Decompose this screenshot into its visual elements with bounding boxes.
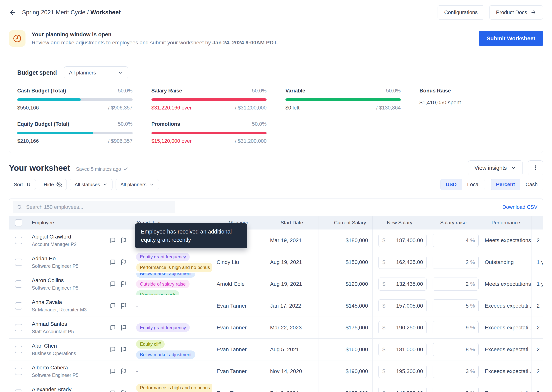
banner-body-text: Review and make adjustments to employees… [32, 40, 211, 46]
salary-raise-input[interactable]: % [433, 387, 479, 392]
budget-planner-filter[interactable]: All planners [64, 66, 128, 79]
smart-flag[interactable]: Performance is high and no bonus [136, 263, 212, 272]
more-options-button[interactable] [528, 161, 543, 175]
select-all-checkbox[interactable] [15, 219, 22, 226]
flag-icon[interactable] [121, 259, 127, 265]
current-salary-cell: $160,000 [319, 339, 373, 360]
smart-flag[interactable]: Equity cliff [136, 340, 165, 349]
metric-spent: $15,120,000 over [152, 138, 192, 144]
flag-icon[interactable] [121, 346, 127, 353]
percent-suffix: % [470, 303, 475, 309]
toggle-usd[interactable]: USD [440, 179, 462, 190]
metric-percent: 50.0% [252, 88, 267, 94]
comment-icon[interactable] [109, 259, 116, 265]
new-salary-input[interactable]: $ [378, 299, 427, 312]
start-date-cell: Aug 19, 2021 [265, 251, 319, 273]
toggle-cash[interactable]: Cash [520, 179, 543, 190]
comment-icon[interactable] [109, 325, 116, 331]
new-salary-input[interactable]: $ [378, 278, 427, 291]
flag-icon[interactable] [121, 325, 127, 331]
new-salary-input[interactable]: $ [378, 343, 427, 356]
row-checkbox[interactable] [15, 280, 22, 288]
row-checkbox[interactable] [15, 346, 22, 353]
column-performance: Performance [480, 216, 532, 230]
performance-cell: Meets expectations [480, 273, 532, 295]
salary-raise-input[interactable]: % [433, 278, 479, 291]
smart-flag[interactable]: Compression risk [136, 290, 179, 295]
percent-suffix: % [470, 281, 475, 287]
employee-name: Alexander Brady [32, 386, 78, 392]
smart-flag[interactable]: Below market adjustment [136, 273, 195, 278]
salary-raise-input[interactable]: % [433, 234, 479, 247]
toggle-local[interactable]: Local [462, 179, 485, 190]
back-arrow-icon[interactable] [9, 9, 17, 16]
new-salary-input[interactable]: $ [378, 234, 427, 247]
budget-planner-filter-value: All planners [69, 70, 96, 76]
row-checkbox[interactable] [15, 390, 22, 392]
metric-spent: $31,220,166 over [152, 105, 192, 111]
salary-raise-input[interactable]: % [433, 321, 479, 334]
budget-metric-cash: Cash Budget (Total)50.0% $550,166/ $906,… [17, 88, 133, 111]
metric-percent: 50.0% [252, 121, 267, 127]
configurations-button[interactable]: Configurations [438, 5, 484, 20]
view-insights-button[interactable]: View insights [468, 161, 523, 175]
flag-icon[interactable] [121, 237, 127, 244]
column-employee: Employee [32, 220, 54, 226]
current-salary-cell: $175,000 [319, 317, 373, 338]
smart-flag[interactable]: Equity grant frequency [136, 323, 190, 332]
submit-worksheet-button[interactable]: Submit Worksheet [479, 31, 543, 46]
salary-raise-input[interactable]: % [433, 256, 479, 269]
table-row: Ahmad SantosStaff Accountant P5 Equity g… [9, 317, 543, 339]
smart-flag[interactable]: Performance is high and no bonus [136, 384, 212, 392]
smart-flag[interactable]: Outside of salary raise [136, 280, 189, 288]
current-salary-cell: $120,000 [319, 273, 373, 295]
sort-button[interactable]: Sort [9, 179, 36, 190]
flag-icon[interactable] [121, 368, 127, 374]
new-salary-input[interactable]: $ [378, 256, 427, 269]
manager-cell: Arnold Cole [212, 273, 265, 295]
row-checkbox[interactable] [15, 302, 22, 309]
sort-arrows-icon [26, 182, 31, 187]
budget-metric-salary-raise: Salary Raise50.0% $31,220,166 over/ $31,… [152, 88, 267, 111]
top-bar: Spring 2021 Merit Cycle / Worksheet Conf… [0, 0, 552, 25]
search-input[interactable] [26, 204, 171, 210]
tenure-cell: 2 [532, 360, 543, 382]
progress-bar [17, 98, 133, 101]
planners-filter[interactable]: All planners [116, 179, 159, 190]
current-salary-cell: $150,000 [319, 251, 373, 273]
salary-raise-input[interactable]: % [433, 343, 479, 356]
product-docs-button[interactable]: Product Docs [489, 5, 543, 20]
metric-spent: $1,410,050 spent [420, 99, 535, 106]
chevron-down-icon [511, 165, 516, 171]
toggle-percent[interactable]: Percent [491, 179, 520, 190]
comment-icon[interactable] [109, 303, 116, 309]
row-checkbox[interactable] [15, 368, 22, 375]
new-salary-input[interactable]: $ [378, 365, 427, 378]
flag-icon[interactable] [121, 390, 127, 392]
employee-role: Software Engineer P5 [32, 285, 78, 291]
download-csv-link[interactable]: Download CSV [502, 204, 537, 210]
row-checkbox[interactable] [15, 259, 22, 266]
flag-icon[interactable] [121, 303, 127, 309]
metric-total: / $31,200,000 [235, 138, 267, 144]
salary-raise-input[interactable]: % [433, 299, 479, 312]
row-checkbox[interactable] [15, 324, 22, 331]
new-salary-input[interactable]: $ [378, 321, 427, 334]
new-salary-input[interactable]: $ [378, 387, 427, 392]
row-checkbox[interactable] [15, 237, 22, 244]
start-date-cell: Feb 9, 2024 [265, 382, 319, 392]
flag-icon[interactable] [121, 281, 127, 287]
salary-raise-input[interactable]: % [433, 365, 479, 378]
comment-icon[interactable] [109, 237, 116, 244]
comment-icon[interactable] [109, 346, 116, 353]
comment-icon[interactable] [109, 281, 116, 287]
smart-flag[interactable]: Below market adjustment [136, 350, 195, 359]
comment-icon[interactable] [109, 390, 116, 392]
tenure-cell: 2 [532, 230, 543, 251]
employee-name: Alan Chen [32, 343, 76, 349]
smart-flag[interactable]: Equity grant frequency [136, 253, 190, 261]
manager-cell: Evan Tanner [212, 317, 265, 338]
comment-icon[interactable] [109, 368, 116, 374]
hide-button[interactable]: Hide [39, 179, 67, 190]
statuses-filter[interactable]: All statuses [70, 179, 113, 190]
